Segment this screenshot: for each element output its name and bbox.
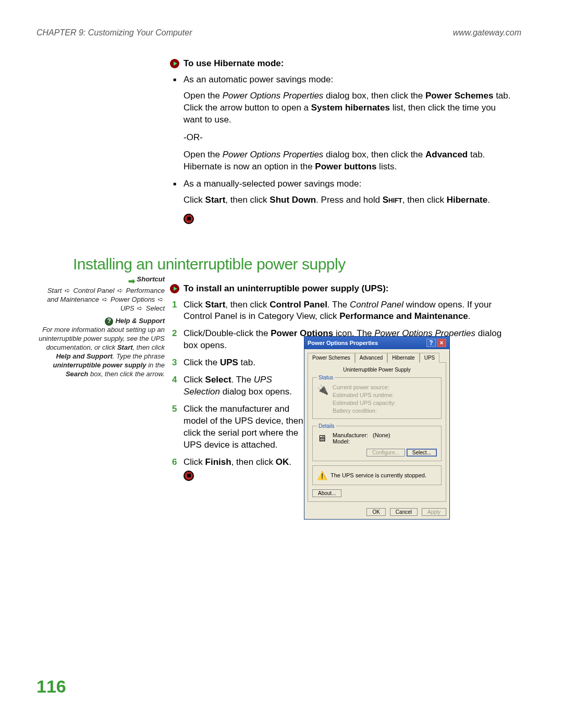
header-url: www.gateway.com — [453, 28, 521, 38]
warning-group: ⚠️ The UPS service is currently stopped. — [312, 465, 442, 485]
group-title: Uninterruptible Power Supply — [312, 367, 442, 373]
warning-text: The UPS service is currently stopped. — [331, 472, 426, 478]
titlebar: Power Options Properties ? × — [304, 337, 449, 349]
manufacturer-value: (None) — [373, 432, 390, 438]
close-icon[interactable]: × — [437, 339, 446, 347]
para-auto-mode-1: Open the Power Options Properties dialog… — [183, 90, 511, 126]
ups-device-icon: 🖥 — [317, 432, 329, 445]
procedure-heading-hibernate: To use Hibernate mode: — [170, 58, 511, 69]
status-line: Current power source: — [333, 384, 396, 391]
battery-plug-icon: 🔌 — [317, 384, 329, 396]
play-icon — [170, 59, 179, 68]
step-3: 3 Click the UPS tab. — [183, 357, 309, 369]
tab-hibernate[interactable]: Hibernate — [387, 353, 419, 363]
status-group: Status 🔌 Current power source: Estimated… — [312, 375, 442, 419]
step-6: 6 Click Finish, then click OK. — [183, 456, 309, 481]
procedure-title: To install an uninterruptible power supp… — [183, 283, 389, 294]
key-shift: Shift — [383, 195, 402, 205]
status-legend: Status — [317, 375, 335, 380]
or-separator: -OR- — [183, 132, 511, 143]
cancel-button[interactable]: Cancel — [390, 508, 418, 516]
procedure-heading-ups: To install an uninterruptible power supp… — [170, 283, 511, 294]
para-auto-mode-2: Open the Power Options Properties dialog… — [183, 149, 511, 173]
shortcut-path: Start ➪ Control Panel ➪ Performance and … — [36, 287, 165, 313]
step-5: 5 Click the manufacturer and model of th… — [183, 403, 309, 451]
play-icon — [170, 284, 179, 293]
tab-ups[interactable]: UPS — [420, 353, 440, 363]
sidebar-shortcut: Shortcut Start ➪ Control Panel ➪ Perform… — [36, 275, 165, 313]
page-number: 116 — [36, 676, 66, 697]
para-manual-mode: Click Start, then click Shut Down. Press… — [183, 194, 511, 206]
about-button[interactable]: About... — [312, 489, 341, 497]
manufacturer-label: Manufacturer: — [333, 432, 368, 438]
status-line: Estimated UPS runtime: — [333, 391, 396, 399]
stop-icon — [183, 471, 194, 481]
tab-strip: Power Schemes Advanced Hibernate UPS — [304, 349, 449, 362]
stop-icon — [183, 214, 194, 224]
help-text: For more information about setting up an… — [36, 326, 165, 378]
tab-power-schemes[interactable]: Power Schemes — [308, 353, 355, 363]
status-line: Estimated UPS capacity: — [333, 399, 396, 407]
bullet-auto-mode: As an automatic power savings mode: — [183, 74, 511, 86]
details-legend: Details — [317, 423, 336, 429]
help-icon[interactable]: ? — [426, 339, 436, 347]
section-heading-ups: Installing an uninterruptible power supp… — [73, 255, 521, 273]
page-header: CHAPTER 9: Customizing Your Computer www… — [36, 28, 521, 38]
warning-icon: ⚠️ — [317, 470, 327, 480]
tab-advanced[interactable]: Advanced — [355, 353, 387, 363]
bullet-manual-mode: As a manually-selected power savings mod… — [183, 178, 511, 190]
model-label: Model: — [333, 438, 437, 445]
details-group: Details 🖥 Manufacturer: (None) Model: Co… — [312, 423, 442, 461]
step-1: 1 Click Start, then click Control Panel.… — [183, 299, 511, 323]
ok-button[interactable]: OK — [366, 508, 385, 516]
step-4: 4 Click Select. The UPS Selection dialog… — [183, 374, 309, 398]
procedure-title: To use Hibernate mode: — [183, 58, 284, 69]
arrow-right-icon — [127, 276, 135, 282]
select-button[interactable]: Select... — [407, 449, 437, 456]
question-icon: ? — [105, 317, 113, 326]
chapter-label: CHAPTER 9: Customizing Your Computer — [36, 28, 192, 38]
sidebar-help: ? Help & Support For more information ab… — [36, 317, 165, 379]
configure-button[interactable]: Configure... — [366, 449, 405, 456]
dialog-title: Power Options Properties — [308, 340, 378, 346]
status-line: Battery condition: — [333, 407, 396, 415]
apply-button[interactable]: Apply — [422, 508, 446, 516]
power-options-properties-dialog: Power Options Properties ? × Power Schem… — [304, 336, 450, 520]
